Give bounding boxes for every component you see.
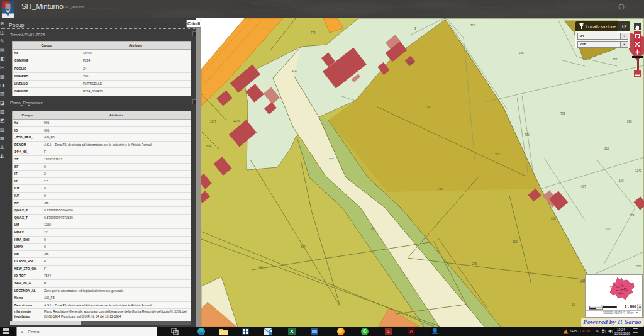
svg-text:15: 15 [572,303,575,306]
svg-text:1242: 1242 [635,169,642,172]
svg-text:710: 710 [470,24,475,27]
svg-text:702: 702 [525,133,530,137]
svg-text:414: 414 [292,70,297,73]
svg-text:i: i [619,6,620,9]
svg-text:779: 779 [311,31,316,35]
svg-text:684: 684 [301,245,306,249]
svg-text:604: 604 [206,145,211,148]
svg-text:617: 617 [581,185,586,188]
svg-text:703: 703 [560,112,565,115]
svg-text:245: 245 [472,262,477,266]
svg-text:838: 838 [627,120,632,123]
svg-text:327: 327 [258,266,264,269]
svg-text:818: 818 [551,217,556,220]
svg-text:623: 623 [630,214,635,217]
svg-text:1273: 1273 [210,120,217,123]
svg-text:619: 619 [619,179,624,182]
svg-text:717: 717 [329,158,334,161]
svg-text:1249: 1249 [233,120,240,123]
svg-text:620: 620 [513,240,518,244]
svg-text:716: 716 [369,228,374,231]
svg-text:234: 234 [425,106,430,109]
svg-text:708: 708 [408,61,413,64]
svg-text:706: 706 [438,188,443,191]
svg-text:707: 707 [495,153,500,156]
svg-text:622: 622 [606,228,611,231]
svg-text:1300: 1300 [635,265,642,268]
svg-text:238: 238 [519,52,524,55]
svg-text:762: 762 [613,58,618,61]
svg-text:610: 610 [604,147,609,150]
